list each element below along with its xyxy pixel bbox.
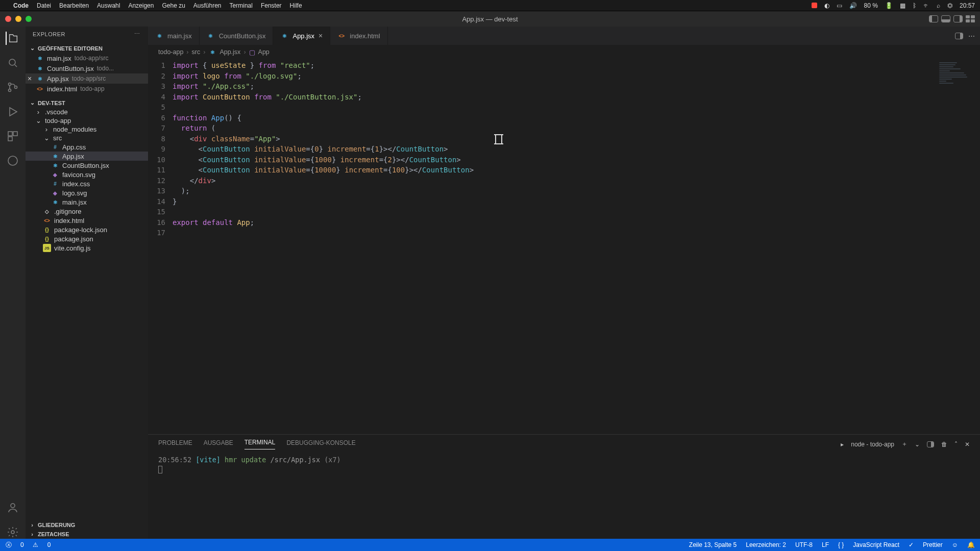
open-editors-section[interactable]: ⌄ GEÖFFNETE EDITOREN [26, 43, 148, 53]
wifi-icon[interactable]: ᯤ [923, 2, 929, 9]
explorer-icon[interactable] [6, 32, 19, 45]
symbol-icon: ▢ [249, 48, 255, 56]
panel-tab-output[interactable]: AUSGABE [204, 439, 233, 449]
panel-tab-problems[interactable]: PROBLEME [158, 439, 192, 449]
editor-tab[interactable]: ⚛App.jsx× [273, 27, 330, 45]
menu-select[interactable]: Auswahl [97, 2, 120, 9]
menu-help[interactable]: Hilfe [290, 2, 302, 9]
chevron-down-icon: ⌄ [29, 45, 36, 52]
status-bell-icon[interactable]: 🔔 [967, 541, 975, 548]
recording-icon[interactable] [812, 3, 817, 8]
close-tab-icon[interactable]: × [318, 32, 323, 40]
kill-terminal-icon[interactable]: 🗑 [941, 441, 947, 448]
breadcrumb[interactable]: todo-app› src› ⚛ App.jsx› ▢ App [148, 45, 980, 59]
menu-terminal[interactable]: Terminal [230, 2, 253, 9]
status-eol[interactable]: LF [822, 541, 829, 548]
split-terminal-icon[interactable] [927, 441, 934, 447]
status-warning-icon[interactable]: ⚠ [32, 541, 39, 548]
panel-tab-debug[interactable]: DEBUGGING-KONSOLE [286, 439, 355, 449]
project-section[interactable]: ⌄ DEV-TEST [26, 98, 148, 108]
menu-run[interactable]: Ausführen [193, 2, 222, 9]
editor-tab[interactable]: ⚛CountButton.jsx [200, 27, 274, 45]
line-numbers: 1234567891011121314151617 [148, 59, 173, 434]
search-icon[interactable] [6, 56, 19, 69]
status-error-icon[interactable]: ⓧ [5, 541, 12, 548]
run-debug-icon[interactable] [6, 105, 19, 118]
status-language[interactable]: JavaScript React [853, 541, 899, 548]
folder-item[interactable]: ›.vscode [26, 108, 148, 116]
bluetooth-icon[interactable]: ᛒ [913, 2, 916, 9]
status-indent[interactable]: Leerzeichen: 2 [746, 541, 786, 548]
editor-tab[interactable]: ⚛main.jsx [148, 27, 200, 45]
open-editor-item[interactable]: <>index.htmltodo-app [26, 84, 148, 94]
open-editor-item[interactable]: ⚛CountButton.jsxtodo... [26, 63, 148, 73]
file-item[interactable]: #App.css [26, 142, 148, 152]
file-item[interactable]: {}package-lock.json [26, 225, 148, 234]
extensions-icon[interactable] [6, 130, 19, 143]
folder-item[interactable]: ⌄todo-app [26, 116, 148, 125]
account-icon[interactable] [6, 501, 19, 514]
file-item[interactable]: {}package.json [26, 234, 148, 243]
volume-icon[interactable]: 🔊 [849, 2, 857, 9]
toggle-secondary-sidebar-icon[interactable] [953, 15, 963, 22]
file-item[interactable]: JSvite.config.js [26, 243, 148, 253]
status-warning-count[interactable]: 0 [47, 541, 51, 548]
file-item[interactable]: ◇.gitignore [26, 207, 148, 216]
menu-file[interactable]: Datei [37, 2, 51, 9]
app-name[interactable]: Code [13, 2, 29, 9]
status-encoding[interactable]: UTF-8 [795, 541, 813, 548]
menu-view[interactable]: Anzeigen [128, 2, 154, 9]
minimap[interactable] [939, 62, 975, 93]
outline-section[interactable]: › GLIEDERUNG [26, 520, 148, 530]
file-item[interactable]: ⚛CountButton.jsx [26, 161, 148, 170]
spotlight-icon[interactable]: ⌕ [937, 2, 940, 9]
fullscreen-window-button[interactable] [26, 16, 32, 22]
file-item[interactable]: ◆favicon.svg [26, 170, 148, 179]
clock[interactable]: 20:57 [960, 2, 975, 9]
remote-icon[interactable] [6, 154, 19, 167]
tray-icon[interactable]: ◐ [824, 2, 829, 9]
file-item[interactable]: ⚛main.jsx [26, 197, 148, 207]
panel-maximize-icon[interactable]: ˄ [954, 441, 958, 448]
file-item[interactable]: <>index.html [26, 216, 148, 225]
folder-item[interactable]: ›node_modules [26, 125, 148, 134]
battery-icon[interactable]: 🔋 [885, 2, 893, 9]
source-control-icon[interactable] [6, 81, 19, 94]
terminal-dropdown-icon[interactable]: ⌄ [915, 441, 920, 448]
tray-icon-2[interactable]: ▦ [900, 2, 905, 9]
editor-tab[interactable]: <>index.html [330, 27, 387, 45]
settings-gear-icon[interactable] [6, 525, 19, 539]
toggle-panel-icon[interactable] [941, 15, 950, 22]
minimize-window-button[interactable] [15, 16, 21, 22]
open-editor-item[interactable]: ×⚛App.jsxtodo-app/src [26, 73, 148, 84]
macos-menubar: Code Datei Bearbeiten Auswahl Anzeigen G… [0, 0, 980, 11]
panel-tab-terminal[interactable]: TERMINAL [244, 439, 276, 449]
menu-window[interactable]: Fenster [261, 2, 282, 9]
toggle-sidebar-icon[interactable] [929, 15, 938, 22]
close-window-button[interactable] [5, 16, 11, 22]
status-cursor-pos[interactable]: Zeile 13, Spalte 5 [689, 541, 737, 548]
layout-grid-icon[interactable] [966, 15, 975, 22]
code-editor[interactable]: 1234567891011121314151617 import { useSt… [148, 59, 980, 434]
terminal-task-label[interactable]: node - todo-app [851, 441, 894, 448]
split-editor-icon[interactable] [955, 33, 963, 39]
status-error-count[interactable]: 0 [20, 541, 24, 548]
menu-goto[interactable]: Gehe zu [162, 2, 185, 9]
folder-item[interactable]: ⌄src [26, 134, 148, 142]
file-item[interactable]: ◆logo.svg [26, 188, 148, 197]
close-icon[interactable]: × [28, 74, 32, 83]
timeline-section[interactable]: › ZEITACHSE [26, 530, 148, 539]
file-item[interactable]: #index.css [26, 179, 148, 188]
file-item[interactable]: ⚛App.jsx [26, 152, 148, 161]
display-icon[interactable]: ▭ [837, 2, 842, 9]
open-editor-item[interactable]: ⚛main.jsxtodo-app/src [26, 53, 148, 63]
control-center-icon[interactable]: ⏣ [947, 2, 952, 9]
panel-close-icon[interactable]: ✕ [965, 441, 970, 448]
status-prettier[interactable]: Prettier [923, 541, 943, 548]
new-terminal-icon[interactable]: ＋ [901, 440, 908, 448]
terminal[interactable]: 20:56:52 [vite] hmr update /src/App.jsx … [148, 449, 980, 539]
explorer-more-icon[interactable]: ⋯ [134, 31, 141, 37]
status-feedback-icon[interactable]: ☺ [952, 541, 958, 548]
tab-more-icon[interactable]: ⋯ [968, 32, 975, 40]
menu-edit[interactable]: Bearbeiten [59, 2, 89, 9]
